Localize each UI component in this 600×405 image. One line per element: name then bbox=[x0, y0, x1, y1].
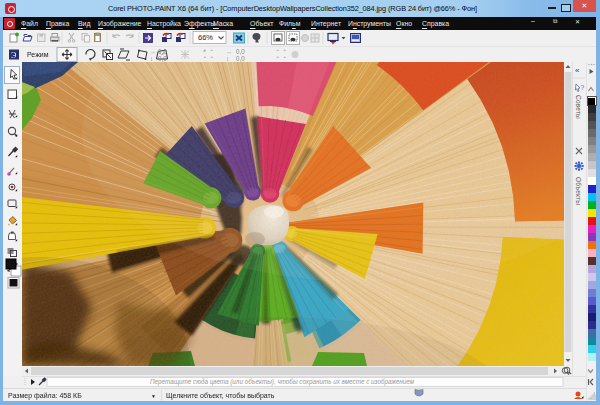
svg-text:0,0: 0,0 bbox=[158, 55, 167, 62]
svg-text:66%: 66% bbox=[198, 33, 213, 42]
svg-text:0,0: 0,0 bbox=[236, 48, 245, 55]
svg-text:«: « bbox=[575, 66, 580, 75]
svg-text:Режим: Режим bbox=[27, 51, 49, 58]
svg-text:↔: ↔ bbox=[150, 48, 156, 55]
svg-text:↔: ↔ bbox=[226, 48, 232, 55]
svg-text:↕: ↕ bbox=[226, 55, 229, 62]
svg-text:Э: Э bbox=[11, 51, 16, 60]
svg-text:?: ? bbox=[581, 84, 585, 91]
svg-text:0,0: 0,0 bbox=[236, 55, 245, 62]
svg-text:↕: ↕ bbox=[150, 55, 153, 62]
svg-text:Перетащите сюда цвета (или объ: Перетащите сюда цвета (или объекты), что… bbox=[150, 378, 415, 386]
svg-text:0,0: 0,0 bbox=[158, 48, 167, 55]
